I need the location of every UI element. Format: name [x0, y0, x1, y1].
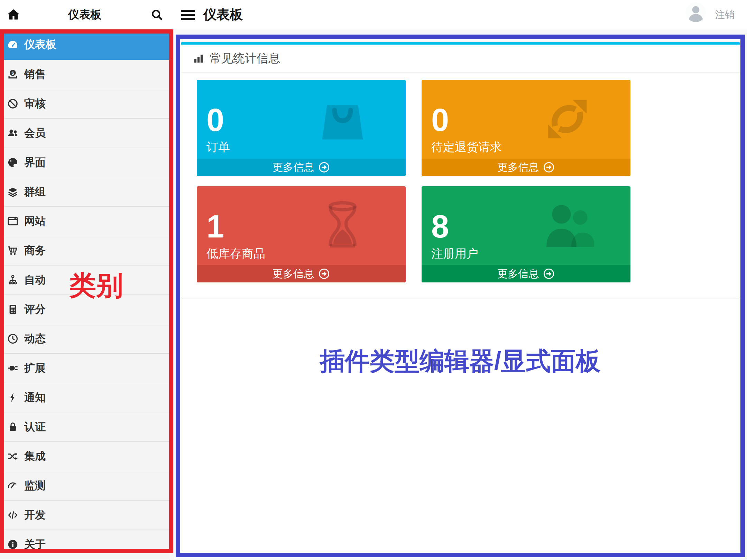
stat-tiles: 0订单更多信息0待定退货请求更多信息1低库存商品更多信息8注册用户更多信息: [181, 73, 740, 282]
top-bar: 仪表板 仪表板 注销: [0, 0, 747, 29]
stat-value: 8: [431, 211, 630, 242]
shopping-bag-icon: [316, 92, 369, 146]
stat-value: 1: [206, 211, 406, 242]
calculator-icon: [7, 304, 19, 315]
sidebar-item-groups[interactable]: 群组: [0, 177, 169, 207]
more-info-link[interactable]: 更多信息: [422, 265, 630, 282]
sidebar-item-about[interactable]: 关于: [0, 530, 169, 559]
sidebar-item-label: 界面: [24, 155, 46, 170]
sidebar-item-monitoring[interactable]: 监测: [0, 471, 169, 501]
info-icon: [7, 539, 19, 550]
sales-icon: $: [7, 68, 19, 80]
panel-header: 常见统计信息: [181, 45, 740, 73]
sidebar-item-label: 关于: [24, 537, 46, 552]
panel-title: 常见统计信息: [210, 50, 280, 66]
browser-window-icon: [7, 215, 19, 227]
sidebar-item-label: 动态: [24, 332, 46, 346]
admin-dashboard-screen: 仪表板 仪表板 注销 仪表板$销售审核会员界面群组网站商务自动评分动态扩展通知认…: [0, 0, 747, 560]
bar-chart-icon: [193, 53, 204, 64]
stat-tile-body: 0订单: [197, 80, 406, 159]
arrow-circle-right-icon: [543, 161, 555, 173]
code-icon: [7, 509, 19, 521]
sidebar-item-activity[interactable]: 动态: [0, 324, 169, 354]
page-title: 仪表板: [203, 0, 243, 29]
panel-accent-bar: [181, 42, 740, 45]
more-info-link[interactable]: 更多信息: [197, 159, 406, 176]
sitemap-icon: [7, 274, 19, 286]
users-icon: [7, 127, 19, 139]
sidebar-item-label: 通知: [24, 390, 46, 405]
avatar[interactable]: [686, 2, 706, 22]
stat-label: 低库存商品: [206, 246, 406, 262]
stat-value: 0: [431, 104, 630, 136]
sidebar-item-website[interactable]: 网站: [0, 207, 169, 236]
stat-label: 订单: [206, 139, 406, 155]
stat-tile-low-stock-products: 1低库存商品更多信息: [197, 186, 406, 282]
sidebar-item-dashboard[interactable]: 仪表板: [0, 29, 169, 60]
sidebar-item-commerce[interactable]: 商务: [0, 236, 169, 265]
more-info-label: 更多信息: [273, 160, 314, 175]
gauge-icon: [7, 480, 19, 492]
more-info-label: 更多信息: [273, 267, 314, 281]
arrow-circle-right-icon: [318, 268, 330, 280]
sidebar-item-integration[interactable]: 集成: [0, 442, 169, 471]
sidebar-item-review[interactable]: 审核: [0, 89, 169, 119]
sidebar-item-members[interactable]: 会员: [0, 119, 169, 148]
sidebar-item-label: 自动: [24, 273, 46, 287]
sidebar-item-label: 群组: [24, 185, 46, 199]
statistics-panel: 常见统计信息 0订单更多信息0待定退货请求更多信息1低库存商品更多信息8注册用户…: [181, 41, 740, 298]
stat-value: 0: [206, 104, 406, 136]
sidebar-item-interface[interactable]: 界面: [0, 148, 169, 177]
two-users-icon: [541, 199, 594, 252]
bolt-icon: [7, 392, 19, 403]
more-info-link[interactable]: 更多信息: [422, 159, 630, 176]
clock-icon: [7, 333, 19, 345]
sidebar-item-automation[interactable]: 自动: [0, 265, 169, 295]
layers-icon: [7, 186, 19, 198]
sidebar-item-rating[interactable]: 评分: [0, 295, 169, 324]
more-info-link[interactable]: 更多信息: [197, 265, 406, 282]
stat-tile-pending-returns: 0待定退货请求更多信息: [422, 80, 630, 176]
sidebar-item-label: 会员: [24, 126, 46, 140]
sidebar-item-label: 认证: [24, 420, 46, 434]
lock-icon: [7, 421, 19, 433]
stat-label: 注册用户: [431, 246, 630, 262]
sidebar-item-label: 监测: [24, 478, 46, 493]
arrow-circle-right-icon: [318, 161, 330, 173]
logout-link[interactable]: 注销: [715, 0, 735, 29]
sidebar-item-label: 仪表板: [24, 37, 56, 52]
sidebar-item-label: 审核: [24, 96, 46, 111]
sidebar-item-label: 集成: [24, 449, 46, 464]
arrow-circle-right-icon: [543, 268, 555, 280]
more-info-label: 更多信息: [497, 267, 539, 281]
palette-icon: [7, 157, 19, 168]
refresh-icon: [541, 92, 594, 146]
sidebar-item-extensions[interactable]: 扩展: [0, 354, 169, 383]
stat-tile-registered-users: 8注册用户更多信息: [422, 186, 630, 282]
shuffle-icon: [7, 450, 19, 462]
stat-label: 待定退货请求: [431, 139, 630, 155]
sidebar-item-label: 扩展: [24, 361, 46, 375]
plug-icon: [7, 362, 19, 374]
sidebar-item-label: 评分: [24, 302, 46, 317]
svg-text:$: $: [11, 71, 14, 76]
stat-tile-body: 1低库存商品: [197, 186, 406, 265]
sidebar-header-title: 仪表板: [0, 0, 169, 29]
sidebar-item-development[interactable]: 开发: [0, 501, 169, 530]
shopping-cart-icon: [7, 245, 19, 256]
dashboard-icon: [7, 39, 19, 50]
stat-tile-body: 0待定退货请求: [422, 80, 630, 159]
stat-tile-orders: 0订单更多信息: [197, 80, 406, 176]
stat-tile-body: 8注册用户: [422, 186, 630, 265]
sidebar-item-sales[interactable]: $销售: [0, 60, 169, 89]
more-info-label: 更多信息: [497, 160, 539, 175]
search-icon[interactable]: [150, 8, 164, 21]
sidebar-menu: 仪表板$销售审核会员界面群组网站商务自动评分动态扩展通知认证集成监测开发关于: [0, 29, 169, 560]
sidebar-item-label: 商务: [24, 243, 46, 258]
ban-icon: [7, 98, 19, 110]
sidebar-item-authentication[interactable]: 认证: [0, 412, 169, 442]
menu-toggle-icon[interactable]: [181, 10, 195, 20]
sidebar-item-label: 开发: [24, 508, 46, 522]
sidebar-item-label: 销售: [24, 67, 46, 82]
sidebar-item-notifications[interactable]: 通知: [0, 383, 169, 412]
